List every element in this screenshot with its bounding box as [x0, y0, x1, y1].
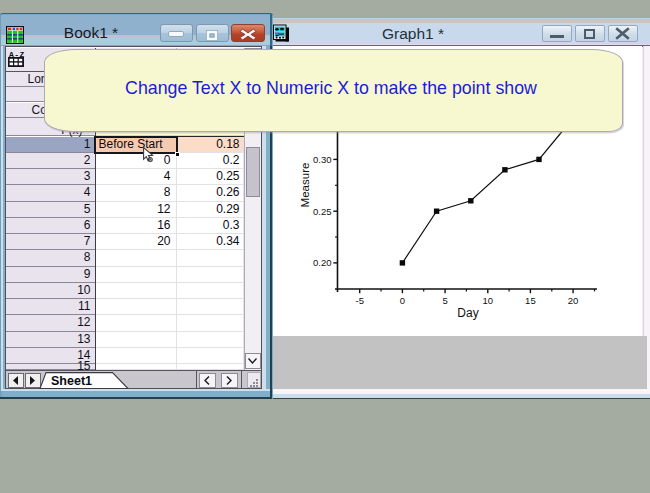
svg-text:Sheet1: Sheet1 [51, 374, 92, 388]
svg-text:Measure: Measure [299, 163, 311, 208]
svg-text:15: 15 [525, 295, 536, 306]
svg-text:0.20: 0.20 [313, 257, 332, 268]
svg-text:-5: -5 [355, 295, 363, 306]
svg-text:10: 10 [483, 295, 494, 306]
svg-text:20: 20 [568, 295, 579, 306]
svg-text:0.25: 0.25 [313, 206, 332, 217]
svg-text:0.30: 0.30 [313, 154, 332, 165]
svg-text:0: 0 [400, 295, 405, 306]
svg-text:5: 5 [442, 295, 447, 306]
svg-text:Day: Day [457, 306, 478, 320]
